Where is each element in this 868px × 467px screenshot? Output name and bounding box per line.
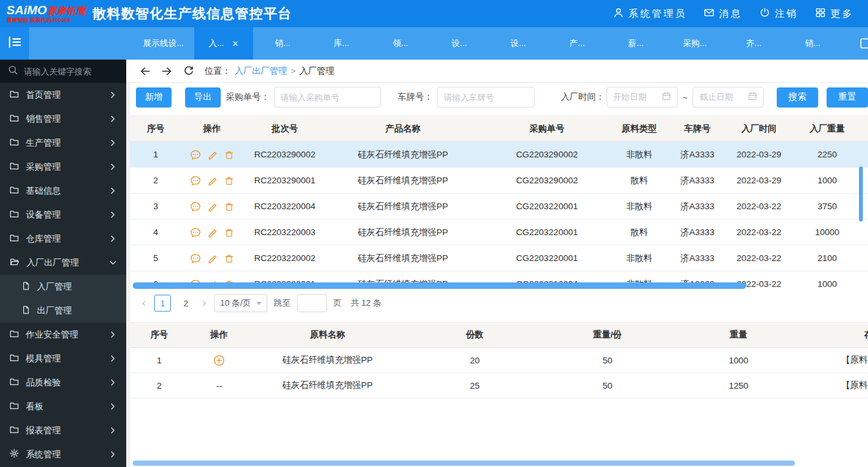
delete-icon[interactable] <box>224 227 234 238</box>
edit-icon[interactable] <box>207 227 218 238</box>
end-date-placeholder: 截止日期 <box>699 91 748 103</box>
delete-icon[interactable] <box>224 149 234 160</box>
comment-icon[interactable] <box>190 175 201 187</box>
detail-row[interactable]: 1 硅灰石纤维填充增强PP 20 50 1000 【原料仓0 <box>130 348 868 373</box>
cell-entry-time: 2022-03-22 <box>731 253 786 263</box>
tab-salary[interactable]: 薪... <box>606 27 665 60</box>
sidebar-item-production[interactable]: 生产管理 <box>0 131 126 155</box>
messages-button[interactable]: 消息 <box>704 7 742 20</box>
tab-qi[interactable]: 齐... <box>724 27 783 60</box>
cell-entry-weight: 3750 <box>786 201 868 211</box>
tab-equipment-1[interactable]: 设... <box>430 27 489 60</box>
comment-icon[interactable] <box>190 253 201 264</box>
sidebar-item-warehouse[interactable]: 仓库管理 <box>0 227 126 251</box>
delete-icon[interactable] <box>224 175 234 186</box>
forward-arrow-icon[interactable] <box>161 65 173 77</box>
plus-circle-icon[interactable] <box>213 354 225 367</box>
close-icon[interactable]: ✕ <box>232 39 239 49</box>
location-label: 位置： <box>205 65 231 77</box>
cell-material-type: 非散料 <box>615 253 663 264</box>
tab-equipment-2[interactable]: 设... <box>489 27 548 60</box>
search-icon <box>8 65 18 78</box>
sidebar-item-system[interactable]: 系统管理 <box>0 442 126 466</box>
refresh-icon[interactable] <box>183 65 194 76</box>
mail-icon <box>704 7 715 20</box>
sidebar-subitem-entry[interactable]: 入厂管理 <box>0 275 126 299</box>
add-button[interactable]: 新增 <box>136 87 172 108</box>
page-jump-input[interactable] <box>297 294 327 312</box>
hamburger-icon <box>7 34 23 52</box>
comment-icon[interactable] <box>190 201 201 212</box>
export-button[interactable]: 导出 <box>185 87 221 108</box>
page-1-button[interactable]: 1 <box>154 295 171 312</box>
tab-entry-active[interactable]: 入... ✕ <box>194 27 253 60</box>
table-vertical-scrollbar[interactable] <box>859 166 863 222</box>
detail-row[interactable]: 2 -- 硅灰石纤维填充增强PP 25 50 1250 【原料仓0 <box>130 373 868 398</box>
cell-operations <box>181 175 243 187</box>
tab-pick[interactable]: 领... <box>371 27 430 60</box>
table-row[interactable]: 4 RC2203220003 硅灰石纤维填充增强PP CG2203220001 … <box>130 220 868 245</box>
tab-purchase[interactable]: 采购... <box>665 27 724 60</box>
sidebar-item-basic-info[interactable]: 基础信息 <box>0 179 126 203</box>
tab-production[interactable]: 产... <box>548 27 606 60</box>
back-arrow-icon[interactable] <box>139 65 151 77</box>
page-size-select[interactable]: 10 条/页 <box>214 294 267 312</box>
sidebar-item-home[interactable]: 首页管理 <box>0 83 126 107</box>
table-horizontal-scrollbar[interactable] <box>133 282 746 289</box>
search-input[interactable] <box>24 67 118 76</box>
plate-no-input[interactable] <box>437 87 535 108</box>
tab-sales-2[interactable]: 销... <box>783 27 842 60</box>
comment-icon[interactable] <box>190 227 201 238</box>
purchase-no-input[interactable] <box>274 87 381 108</box>
sidebar-item-reports[interactable]: 报表管理 <box>0 418 126 442</box>
edit-icon[interactable] <box>207 149 218 160</box>
table-row[interactable]: 5 RC2203220002 硅灰石纤维填充增强PP CG2203220001 … <box>130 245 868 271</box>
col-material-name: 原料名称 <box>250 329 405 341</box>
tab-warehouse[interactable]: 库... <box>312 27 371 60</box>
sidebar-item-safety[interactable]: 作业安全管理 <box>0 323 126 347</box>
logout-button[interactable]: 注销 <box>759 7 798 20</box>
edit-icon[interactable] <box>207 201 218 212</box>
start-date-input[interactable]: 开始日期 <box>606 87 678 108</box>
reset-button[interactable]: 重置 <box>827 87 868 108</box>
sidebar-item-kanban[interactable]: 看板 <box>0 394 126 418</box>
next-page-icon[interactable] <box>201 300 208 307</box>
cell-batch-no: RC2203290001 <box>243 176 327 185</box>
page-2-button[interactable]: 2 <box>177 295 194 312</box>
prev-page-icon[interactable] <box>140 300 148 307</box>
edit-icon[interactable] <box>207 253 218 264</box>
sidebar-item-purchase[interactable]: 采购管理 <box>0 155 126 179</box>
table-row[interactable]: 2 RC2203290001 硅灰石纤维填充增强PP CG2203290002 … <box>130 168 868 194</box>
search-button[interactable]: 搜索 <box>777 87 818 108</box>
cell-entry-weight: 2250 <box>786 150 868 159</box>
sidebar-collapse-button[interactable] <box>0 27 29 60</box>
top-header: SAiMO赛摩钜鹰 赛摩智能 股票代码300466 散料数智化生产线信息管控平台… <box>0 0 868 27</box>
more-button[interactable]: 更多 <box>815 7 854 20</box>
col-storage: 存 <box>807 329 868 341</box>
sidebar-item-mold[interactable]: 模具管理 <box>0 347 126 370</box>
partial-tab-icon[interactable] <box>859 27 868 60</box>
sidebar-item-entry-exit[interactable]: 入厂出厂管理 <box>0 251 126 275</box>
entry-exit-submenu: 入厂管理 出厂管理 <box>0 275 126 323</box>
delete-icon[interactable] <box>224 201 234 212</box>
user-menu[interactable]: 系统管理员 <box>613 7 687 20</box>
folder-icon <box>9 329 19 341</box>
sidebar-subitem-exit[interactable]: 出厂管理 <box>0 299 126 323</box>
edit-icon[interactable] <box>207 175 218 186</box>
delete-icon[interactable] <box>224 253 234 264</box>
tab-display-line[interactable]: 展示线设... <box>133 27 194 60</box>
sidebar-item-quality[interactable]: 品质检验 <box>0 370 126 394</box>
cell-purchase-no: CG2203220001 <box>479 227 615 237</box>
tab-sales[interactable]: 销... <box>253 27 312 60</box>
sidebar-item-equipment[interactable]: 设备管理 <box>0 203 126 227</box>
sidebar-search <box>0 60 126 83</box>
table-row[interactable]: 1 RC2203290002 硅灰石纤维填充增强PP CG2203290002 … <box>130 142 868 168</box>
cell-plate-no: 济A3333 <box>663 149 731 161</box>
page-horizontal-scrollbar[interactable] <box>133 461 795 466</box>
comment-icon[interactable] <box>190 149 201 161</box>
table-row[interactable]: 3 RC2203220004 硅灰石纤维填充增强PP CG2203220001 … <box>130 194 868 220</box>
sidebar-item-sales[interactable]: 销售管理 <box>0 107 126 131</box>
breadcrumb-parent-link[interactable]: 入厂出厂管理 <box>235 65 287 77</box>
end-date-input[interactable]: 截止日期 <box>693 87 764 108</box>
logout-label: 注销 <box>775 8 798 20</box>
